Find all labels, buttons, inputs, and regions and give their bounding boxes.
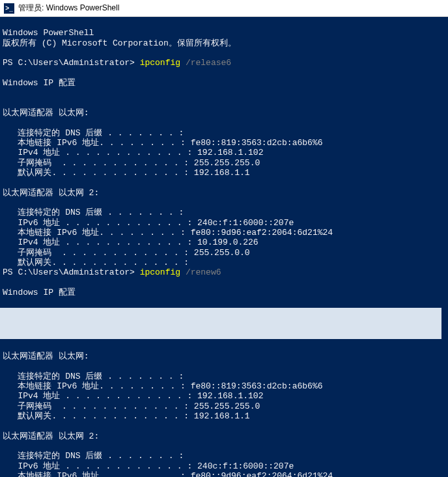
subnet-label-2: 子网掩码 . . . . . . . . . . . . :: [3, 248, 189, 258]
ip-config-header-2: Windows IP 配置: [3, 288, 76, 297]
adapter-eth2-header-1: 以太网适配器 以太网 2:: [3, 188, 99, 198]
command-2-arg: /renew6: [186, 267, 221, 277]
eth1-subnet-val-2: 255.255.255.0: [189, 402, 260, 411]
ipv4-label-3: IPv4 地址 . . . . . . . . . . . . :: [3, 391, 192, 401]
eth1-link-local-val: fe80::819:3563:d2cb:a6b6%6: [186, 138, 323, 148]
title-bar[interactable]: >_ 管理员: Windows PowerShell: [0, 0, 448, 17]
eth2-subnet-val: 255.255.0.0: [189, 248, 250, 258]
window-title: 管理员: Windows PowerShell: [18, 3, 119, 14]
eth1-ipv4-val-2: 192.168.1.102: [192, 391, 263, 401]
gateway-label: 默认网关. . . . . . . . . . . . . :: [3, 168, 189, 178]
ipv4-label-2: IPv4 地址 . . . . . . . . . . . . :: [3, 238, 192, 247]
adapter-eth-header-1: 以太网适配器 以太网:: [3, 108, 89, 118]
eth2-link-local-val-2: fe80::9d96:eaf2:2064:6d21%24: [186, 471, 333, 477]
eth2-ipv6-val-2: 240c:f:1:6000::207e: [192, 461, 294, 471]
header-line-1: Windows PowerShell: [3, 28, 94, 38]
adapter-eth-header-2: 以太网适配器 以太网:: [3, 351, 89, 361]
prompt-1: PS C:\Users\Administrator>: [3, 58, 135, 68]
link-local-label: 本地链接 IPv6 地址. . . . . . . . :: [3, 138, 186, 148]
ip-config-header-1: Windows IP 配置: [3, 78, 76, 88]
eth2-ipv4-val: 10.199.0.226: [192, 238, 258, 247]
eth1-ipv4-val: 192.168.1.102: [192, 148, 263, 157]
dns-suffix-label-4: 连接特定的 DNS 后缀 . . . . . . . :: [3, 451, 184, 461]
link-local-label-4: 本地链接 IPv6 地址. . . . . . . . :: [3, 471, 186, 477]
redacted-region: [0, 308, 441, 339]
terminal-output[interactable]: Windows PowerShell 版权所有 (C) Microsoft Co…: [0, 17, 448, 477]
gateway-label-2: 默认网关. . . . . . . . . . . . . :: [3, 258, 189, 267]
prompt-2: PS C:\Users\Administrator>: [3, 267, 135, 277]
dns-suffix-label: 连接特定的 DNS 后缀 . . . . . . . :: [3, 128, 184, 138]
eth1-gateway-val: 192.168.1.1: [189, 168, 250, 178]
adapter-eth2-header-2: 以太网适配器 以太网 2:: [3, 431, 99, 441]
header-line-2: 版权所有 (C) Microsoft Corporation。保留所有权利。: [3, 38, 236, 48]
subnet-label-3: 子网掩码 . . . . . . . . . . . . :: [3, 402, 189, 411]
dns-suffix-label-3: 连接特定的 DNS 后缀 . . . . . . . :: [3, 372, 184, 381]
dns-suffix-label-2: 连接特定的 DNS 后缀 . . . . . . . :: [3, 208, 184, 217]
command-2-name: ipconfig: [140, 267, 180, 277]
eth2-ipv6-val: 240c:f:1:6000::207e: [192, 218, 294, 228]
command-1-name: ipconfig: [140, 58, 180, 68]
eth1-gateway-val-2: 192.168.1.1: [189, 411, 250, 421]
eth2-link-local-val: fe80::9d96:eaf2:2064:6d21%24: [186, 228, 333, 238]
ipv6-label: IPv6 地址 . . . . . . . . . . . . :: [3, 218, 192, 228]
eth1-subnet-val: 255.255.255.0: [189, 158, 260, 168]
subnet-label: 子网掩码 . . . . . . . . . . . . :: [3, 158, 189, 168]
eth1-link-local-val-2: fe80::819:3563:d2cb:a6b6%6: [186, 381, 323, 391]
powershell-icon: >_: [4, 3, 14, 14]
link-local-label-3: 本地链接 IPv6 地址. . . . . . . . :: [3, 381, 186, 391]
ipv6-label-2: IPv6 地址 . . . . . . . . . . . . :: [3, 461, 192, 471]
command-1-arg: /release6: [186, 58, 231, 68]
link-local-label-2: 本地链接 IPv6 地址. . . . . . . . :: [3, 228, 186, 238]
ipv4-label: IPv4 地址 . . . . . . . . . . . . :: [3, 148, 192, 157]
gateway-label-3: 默认网关. . . . . . . . . . . . . :: [3, 411, 189, 421]
